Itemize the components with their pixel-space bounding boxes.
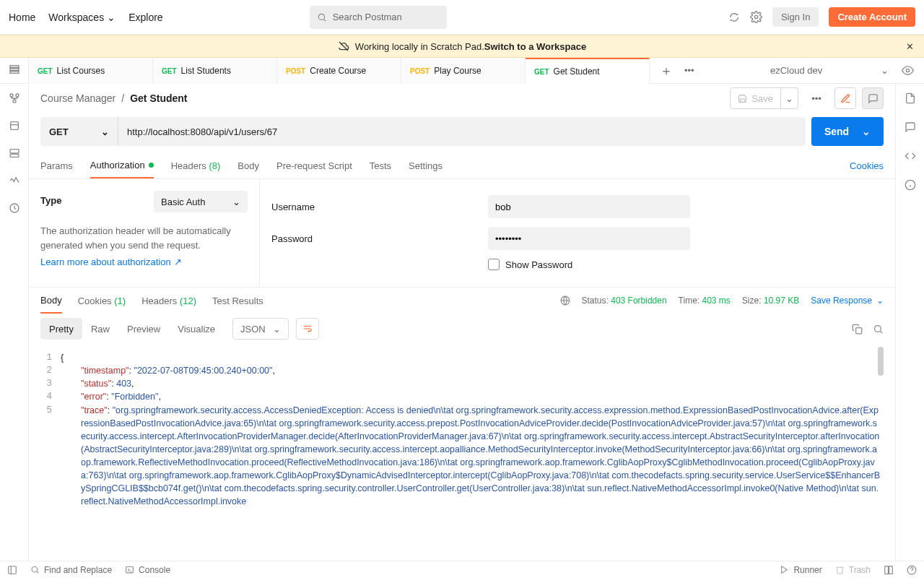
view-pretty[interactable]: Pretty xyxy=(40,318,82,340)
svg-point-20 xyxy=(875,325,881,332)
tab-label: List Students xyxy=(181,66,231,76)
tab-actions: ＋ ••• xyxy=(650,58,705,83)
more-options-icon[interactable]: ••• xyxy=(806,93,827,104)
resp-tab-headers[interactable]: Headers (12) xyxy=(141,288,196,314)
cloud-off-icon xyxy=(338,40,349,52)
edit-icon[interactable] xyxy=(834,87,856,109)
svg-rect-33 xyxy=(889,566,893,574)
method-select[interactable]: GET ⌄ xyxy=(40,117,118,146)
trash-button[interactable]: Trash xyxy=(835,565,871,575)
globe-icon[interactable] xyxy=(560,296,570,306)
help-icon[interactable] xyxy=(907,565,917,575)
tab-body[interactable]: Body xyxy=(237,153,259,178)
tab-request[interactable]: GETGet Student xyxy=(526,58,650,84)
status-label: Status: xyxy=(582,296,609,306)
two-pane-icon[interactable] xyxy=(884,565,894,575)
tab-prerequest[interactable]: Pre-request Script xyxy=(276,153,352,178)
auth-type-select[interactable]: Basic Auth ⌄ xyxy=(154,191,248,212)
tab-label: Get Student xyxy=(554,66,600,77)
format-select[interactable]: JSON⌄ xyxy=(232,318,289,340)
breadcrumb-row: Course Manager / Get Student Save ⌄ ••• xyxy=(29,84,895,113)
apis-icon[interactable] xyxy=(9,92,20,104)
comment-icon[interactable] xyxy=(862,87,884,109)
save-button[interactable]: Save xyxy=(730,87,781,109)
svg-point-9 xyxy=(16,94,19,97)
tab-authorization[interactable]: Authorization xyxy=(90,153,154,178)
size-value: 10.97 KB xyxy=(764,296,799,306)
tab-tests[interactable]: Tests xyxy=(370,153,391,178)
console-button[interactable]: Console xyxy=(125,565,170,575)
line-gutter: 1 2 3 4 5 xyxy=(32,344,61,561)
resp-tab-body[interactable]: Body xyxy=(40,288,62,314)
tab-settings[interactable]: Settings xyxy=(409,153,443,178)
sync-icon[interactable] xyxy=(728,12,740,23)
close-icon[interactable]: ✕ xyxy=(906,41,914,52)
nav-workspaces[interactable]: Workspaces⌄ xyxy=(48,12,116,23)
svg-line-28 xyxy=(37,571,38,573)
history-icon[interactable] xyxy=(9,202,20,214)
mock-servers-icon[interactable] xyxy=(9,147,20,159)
view-raw[interactable]: Raw xyxy=(82,318,118,340)
response-body-viewer[interactable]: 1 2 3 4 5 { "timestamp": "2022-07-08T09:… xyxy=(29,344,895,561)
runner-button[interactable]: Runner xyxy=(780,565,821,575)
tab-request[interactable]: GETList Students xyxy=(153,58,277,84)
sign-in-button[interactable]: Sign In xyxy=(772,7,819,27)
environments-icon[interactable] xyxy=(9,120,20,131)
show-password-checkbox[interactable] xyxy=(488,259,500,270)
resp-tab-test-results[interactable]: Test Results xyxy=(212,288,263,314)
cookies-link[interactable]: Cookies xyxy=(850,160,884,171)
tab-label: Create Course xyxy=(310,66,366,76)
comments-icon[interactable] xyxy=(905,121,916,133)
breadcrumb-collection[interactable]: Course Manager xyxy=(40,92,116,104)
documentation-icon[interactable] xyxy=(905,92,916,104)
create-account-button[interactable]: Create Account xyxy=(829,7,915,27)
tab-request[interactable]: POSTPlay Course xyxy=(401,58,526,84)
wrap-lines-button[interactable] xyxy=(296,318,319,340)
eye-icon[interactable] xyxy=(902,64,914,77)
main-pane: Course Manager / Get Student Save ⌄ ••• xyxy=(29,84,895,561)
url-input[interactable]: http://localhost:8080/api/v1/users/67 xyxy=(118,117,806,146)
panel-toggle-icon[interactable] xyxy=(7,565,17,575)
banner-link[interactable]: Switch to a Workspace xyxy=(484,41,586,52)
tab-params[interactable]: Params xyxy=(40,153,73,178)
find-replace-button[interactable]: Find and Replace xyxy=(30,565,112,575)
collections-icon[interactable] xyxy=(0,58,29,84)
learn-more-link[interactable]: Learn more about authorization ↗ xyxy=(40,256,182,267)
tab-request[interactable]: GETList Courses xyxy=(29,58,153,84)
add-tab-icon[interactable]: ＋ xyxy=(660,62,673,79)
save-response-button[interactable]: Save Response ⌄ xyxy=(811,296,884,306)
nav-explore[interactable]: Explore xyxy=(128,12,162,23)
scratchpad-banner: Working locally in Scratch Pad. Switch t… xyxy=(0,35,924,58)
search-input[interactable]: Search Postman xyxy=(310,6,447,29)
send-button[interactable]: Send ⌄ xyxy=(811,117,884,146)
password-input[interactable] xyxy=(488,227,690,250)
url-row: GET ⌄ http://localhost:8080/api/v1/users… xyxy=(29,113,895,153)
time-value: 403 ms xyxy=(702,296,731,306)
left-rail xyxy=(0,84,29,561)
password-label: Password xyxy=(271,233,474,244)
nav-home[interactable]: Home xyxy=(9,12,35,23)
svg-rect-13 xyxy=(10,150,19,153)
chevron-down-icon: ⌄ xyxy=(881,65,889,76)
environment-select[interactable]: ezCloud dev ⌄ xyxy=(764,61,894,81)
svg-rect-25 xyxy=(9,566,17,574)
right-rail xyxy=(895,84,924,561)
scrollbar-thumb[interactable] xyxy=(878,347,884,376)
tab-options-icon[interactable]: ••• xyxy=(684,65,694,76)
username-input[interactable] xyxy=(488,195,690,218)
svg-marker-31 xyxy=(782,566,788,574)
search-response-icon[interactable] xyxy=(873,324,884,335)
view-visualize[interactable]: Visualize xyxy=(169,318,224,340)
save-dropdown[interactable]: ⌄ xyxy=(781,87,798,109)
tab-request[interactable]: POSTCreate Course xyxy=(277,58,401,84)
svg-line-1 xyxy=(323,19,326,21)
gear-icon[interactable] xyxy=(750,11,762,23)
monitors-icon[interactable] xyxy=(9,175,20,186)
copy-icon[interactable] xyxy=(852,324,863,335)
info-icon[interactable] xyxy=(905,179,916,191)
resp-tab-cookies[interactable]: Cookies (1) xyxy=(78,288,126,314)
tab-headers[interactable]: Headers (8) xyxy=(171,153,221,178)
code-icon[interactable] xyxy=(905,150,916,162)
view-preview[interactable]: Preview xyxy=(118,318,169,340)
svg-rect-14 xyxy=(10,154,19,157)
